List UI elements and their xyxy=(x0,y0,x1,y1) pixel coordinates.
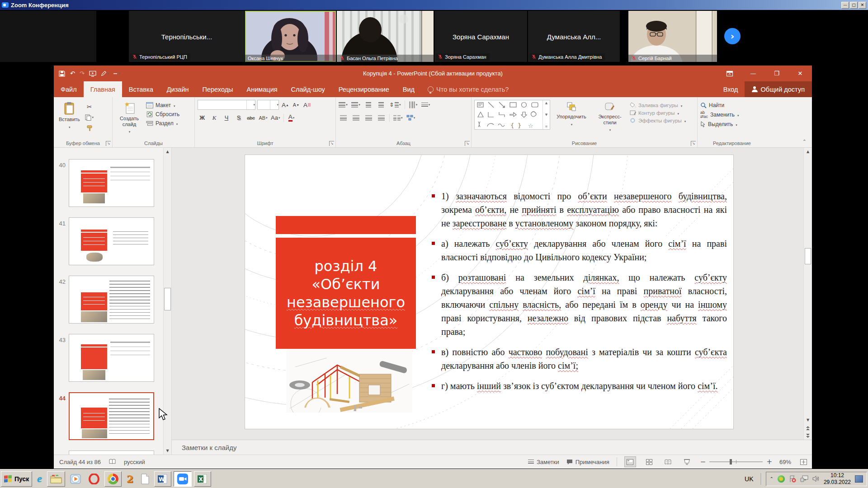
underline-button[interactable]: Ч xyxy=(222,113,231,122)
taskbar-notepad[interactable] xyxy=(138,471,152,487)
strikethrough-button[interactable]: abc xyxy=(246,113,255,122)
taskbar-2gis[interactable]: 2 xyxy=(124,471,136,487)
start-button[interactable]: Пуск xyxy=(1,471,32,487)
tray-action-center-icon[interactable] xyxy=(789,475,796,483)
notes-pane[interactable]: Заметки к слайду xyxy=(172,440,812,455)
proofing-language[interactable]: русский xyxy=(124,459,145,465)
video-tile-basan[interactable]: Басан Ольга Петрівна xyxy=(337,11,434,62)
drawing-dialog-launcher[interactable]: ↘ xyxy=(691,141,696,146)
notes-toggle-button[interactable]: Заметки xyxy=(528,459,559,465)
zoom-minimize-button[interactable]: — xyxy=(841,2,849,9)
font-color-button[interactable]: А xyxy=(287,113,296,122)
slide-thumbnail-42[interactable] xyxy=(69,276,154,324)
align-center-button[interactable] xyxy=(351,113,360,122)
character-spacing-button[interactable]: АВ xyxy=(259,113,268,122)
taskbar-excel[interactable]: X xyxy=(194,471,211,487)
video-tile-partial[interactable] xyxy=(0,11,96,62)
paste-button[interactable]: Вставить xyxy=(57,100,82,139)
fit-slide-to-window-button[interactable] xyxy=(798,456,808,467)
font-size-combobox[interactable] xyxy=(257,100,279,110)
align-left-button[interactable] xyxy=(339,113,348,122)
new-slide-button[interactable]: Создать слайд xyxy=(115,100,143,139)
thumbnails-scrollbar-thumb[interactable] xyxy=(164,288,171,310)
slideshow-view-button[interactable] xyxy=(681,456,693,467)
tab-review[interactable]: Рецензирование xyxy=(332,81,396,97)
tab-design[interactable]: Дизайн xyxy=(160,81,196,97)
quick-styles-button[interactable]: Экспресс-стили xyxy=(593,100,627,139)
decrease-indent-button[interactable] xyxy=(364,100,373,109)
clear-formatting-button[interactable]: А xyxy=(302,100,311,110)
find-button[interactable]: Найти xyxy=(700,102,739,108)
share-button[interactable]: Общий доступ xyxy=(745,81,812,97)
next-participants-button[interactable]: › xyxy=(724,28,741,44)
shape-effects-button[interactable]: Эффекты фигуры xyxy=(630,117,686,123)
zoom-slider-thumb[interactable] xyxy=(730,459,732,465)
ppt-restore-button[interactable]: ❐ xyxy=(765,66,788,81)
slide-thumbnail-40[interactable] xyxy=(69,159,154,207)
construction-house-image[interactable] xyxy=(286,349,412,413)
slide-title-top-bar[interactable] xyxy=(276,216,416,234)
language-indicator[interactable]: UK xyxy=(742,475,756,483)
slide-canvas[interactable]: розділ 4 «Об’єкти незавершеного будівниц… xyxy=(245,155,733,429)
sign-in-button[interactable]: Вход xyxy=(717,81,745,97)
tray-expand-icon[interactable]: ⌃ xyxy=(770,476,774,481)
justify-button[interactable] xyxy=(377,113,386,122)
save-button[interactable] xyxy=(58,70,66,77)
grow-font-button[interactable]: А▲ xyxy=(281,100,290,110)
reset-button[interactable]: Сбросить xyxy=(146,111,179,118)
change-case-button[interactable]: Аа xyxy=(271,113,280,122)
align-right-button[interactable] xyxy=(364,113,373,122)
spellcheck-icon[interactable] xyxy=(109,459,116,465)
taskbar-word[interactable]: W xyxy=(154,471,171,487)
convert-to-smartart-button[interactable] xyxy=(406,113,415,122)
arrange-button[interactable]: Упорядочить xyxy=(553,100,590,139)
shape-outline-button[interactable]: Контур фигуры xyxy=(630,110,686,116)
zoom-close-button[interactable]: ✕ xyxy=(859,2,866,9)
undo-button[interactable]: ↶ xyxy=(70,70,75,77)
format-painter-button[interactable] xyxy=(85,123,94,133)
tab-home[interactable]: Главная xyxy=(84,81,122,97)
zoom-maximize-button[interactable]: ▢ xyxy=(850,2,858,9)
show-desktop-icon[interactable] xyxy=(855,475,863,483)
slide-title-box[interactable]: розділ 4 «Об’єкти незавершеного будівниц… xyxy=(276,238,416,349)
customize-qat-button[interactable] xyxy=(113,71,120,76)
columns-button[interactable] xyxy=(393,113,403,122)
taskbar-chrome[interactable] xyxy=(104,471,122,487)
taskbar-internet-explorer[interactable]: e xyxy=(34,471,45,487)
slide-scrollbar-thumb[interactable] xyxy=(805,248,811,264)
line-spacing-button[interactable]: ⇕ xyxy=(389,100,401,109)
bold-button[interactable]: Ж xyxy=(198,113,207,122)
reading-view-button[interactable] xyxy=(662,456,674,467)
ribbon-display-options-button[interactable] xyxy=(718,66,741,81)
section-button[interactable]: Раздел xyxy=(146,120,179,127)
tab-slideshow[interactable]: Слайд-шоу xyxy=(284,81,332,97)
taskbar-zoom[interactable] xyxy=(174,471,192,487)
tab-transitions[interactable]: Переходы xyxy=(196,81,240,97)
taskbar-opera[interactable] xyxy=(86,471,102,487)
layout-button[interactable]: Макет xyxy=(146,102,179,109)
clipboard-dialog-launcher[interactable]: ↘ xyxy=(106,141,111,146)
normal-view-button[interactable] xyxy=(624,456,636,467)
shrink-font-button[interactable]: А▼ xyxy=(292,100,301,110)
video-tile-dumanska[interactable]: Думанська Алл... Думанська Алла Дмитрівн… xyxy=(528,11,620,62)
next-slide-button[interactable] xyxy=(805,432,811,439)
cut-button[interactable]: ✂ xyxy=(85,102,94,111)
tray-volume-icon[interactable] xyxy=(812,475,820,482)
font-name-combobox[interactable] xyxy=(198,100,255,110)
video-tile-sergiy[interactable]: Сергій Барнай xyxy=(628,11,717,62)
tab-file[interactable]: Файл xyxy=(54,81,84,97)
zoom-slider[interactable]: − + xyxy=(700,458,772,466)
italic-button[interactable]: К xyxy=(210,113,219,122)
tab-insert[interactable]: Вставка xyxy=(122,81,160,97)
slide-body-text[interactable]: 1) зазначаються відомості про об’єкти не… xyxy=(432,189,727,399)
paragraph-dialog-launcher[interactable]: ↘ xyxy=(465,141,470,146)
tray-network-icon[interactable] xyxy=(800,475,808,482)
slide-thumbnail-45[interactable] xyxy=(69,450,154,455)
collapse-ribbon-button[interactable]: ⌃ xyxy=(802,139,807,145)
increase-indent-button[interactable] xyxy=(377,100,386,109)
tell-me-search[interactable]: Что вы хотите сделать? xyxy=(428,81,509,97)
zoom-in-button[interactable]: + xyxy=(766,458,772,466)
align-text-button[interactable] xyxy=(421,100,430,109)
select-button[interactable]: Выделить xyxy=(700,121,739,127)
start-slideshow-button[interactable] xyxy=(89,70,96,77)
